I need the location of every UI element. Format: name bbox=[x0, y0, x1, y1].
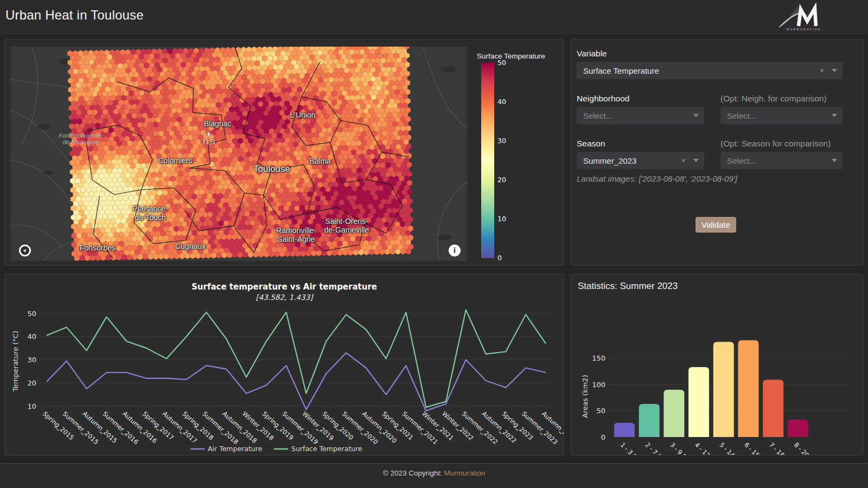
x-axis-tick-label: Autumn_2017 bbox=[161, 410, 199, 445]
chevron-down-icon[interactable] bbox=[832, 159, 837, 162]
y-axis-tick-label: 100 bbox=[592, 381, 605, 389]
variable-label: Variable bbox=[577, 49, 607, 59]
x-axis-tick-label: 3 - 9.82°C bbox=[668, 441, 696, 455]
colorbar-tick-label: 10 bbox=[497, 215, 506, 223]
opt-season-select[interactable]: Select... bbox=[720, 152, 843, 169]
chevron-down-icon[interactable] bbox=[693, 114, 699, 117]
chevron-down-icon[interactable] bbox=[832, 114, 837, 117]
bar bbox=[738, 341, 759, 437]
validate-button[interactable]: Validate bbox=[695, 217, 736, 233]
x-axis-tick-label: 7 - 18.11°C bbox=[768, 441, 798, 455]
opt-season-label: (Opt: Season for comparison) bbox=[720, 139, 831, 149]
y-axis-tick-label: 30 bbox=[27, 356, 36, 364]
y-axis-title: Areas (km2) bbox=[581, 375, 589, 418]
y-axis-tick-label: 10 bbox=[27, 402, 36, 410]
season-select-value: Summer_2023 bbox=[583, 156, 681, 165]
x-axis-tick-label: 6 - 15.87°C bbox=[743, 441, 773, 455]
colorbar-tick-label: 0 bbox=[497, 254, 502, 262]
line-chart-panel: 1020304050Temperature (°C)Spring_2015Sum… bbox=[4, 274, 564, 455]
clear-icon[interactable]: × bbox=[820, 66, 824, 75]
airport-icon: ✈TLS bbox=[202, 131, 215, 145]
colorbar-title: Surface Temperature bbox=[477, 52, 545, 60]
colorbar-tick-label: 30 bbox=[497, 137, 506, 145]
map-panel: Forêt domaniale de BouconneBlagnacL'Unio… bbox=[4, 39, 564, 266]
colorbar-gradient bbox=[481, 63, 494, 258]
mapbox-arrow-icon: ➤ bbox=[22, 247, 28, 254]
svg-text:MURMURATION: MURMURATION bbox=[787, 28, 821, 31]
line-series bbox=[47, 310, 546, 408]
bar-chart-panel: 050100150Areas (km2)1 - 3.51°C2 - 7.02°C… bbox=[571, 274, 864, 455]
colorbar-tick-label: 40 bbox=[497, 98, 506, 106]
y-axis-tick-label: 50 bbox=[596, 407, 605, 415]
heatmap-map[interactable]: Forêt domaniale de BouconneBlagnacL'Unio… bbox=[10, 47, 467, 261]
hexbin-heatmap bbox=[10, 47, 467, 261]
line-chart-subtitle: [43.582, 1.433] bbox=[5, 293, 564, 301]
bar bbox=[663, 390, 684, 437]
footer: © 2023 Copyright: Murmuration bbox=[0, 463, 868, 488]
y-axis-tick-label: 40 bbox=[27, 332, 36, 341]
hexbin-layer bbox=[67, 47, 413, 261]
y-axis-tick-label: 150 bbox=[592, 354, 605, 362]
variable-select-value: Surface Temperature bbox=[583, 66, 820, 75]
dashboard-root: Urban Heat in Toulouse MURMURATION Forêt… bbox=[0, 0, 868, 488]
header: Urban Heat in Toulouse MURMURATION bbox=[0, 0, 868, 34]
murmuration-logo-icon: MURMURATION bbox=[770, 2, 830, 31]
y-axis-tick-label: 50 bbox=[27, 310, 36, 318]
mapbox-logo-icon[interactable]: ➤ bbox=[19, 245, 31, 256]
season-select[interactable]: Summer_2023 × bbox=[577, 152, 704, 169]
x-axis-tick-label: 8 - 20.97°C bbox=[793, 441, 823, 455]
chevron-down-icon[interactable] bbox=[693, 159, 699, 162]
colorbar-tick-label: 20 bbox=[497, 176, 506, 184]
chevron-down-icon[interactable] bbox=[832, 69, 837, 72]
opt-neighborhood-select[interactable]: Select... bbox=[720, 107, 843, 124]
y-axis-title: Temperature (°C) bbox=[11, 331, 20, 392]
opt-neighborhood-label: (Opt: Neigh. for comparison) bbox=[720, 94, 827, 104]
legend-label: Air Temperature bbox=[208, 445, 263, 453]
colorbar-tick-label: 50 bbox=[497, 59, 506, 67]
opt-neighborhood-select-placeholder: Select... bbox=[727, 111, 832, 120]
y-axis-tick-label: 20 bbox=[27, 379, 36, 387]
legend-label: Surface Temperature bbox=[291, 445, 362, 453]
season-label: Season bbox=[577, 139, 605, 149]
neighborhood-label: Neighborhood bbox=[577, 94, 629, 104]
clear-icon[interactable]: × bbox=[681, 156, 686, 165]
y-axis-tick-label: 0 bbox=[601, 433, 605, 441]
x-axis-tick-label: 4 - 12.09°C bbox=[693, 441, 724, 455]
bar bbox=[788, 420, 808, 437]
opt-season-select-placeholder: Select... bbox=[727, 156, 832, 165]
bar-chart-title: Statistics: Summer 2023 bbox=[578, 281, 678, 292]
x-axis-tick-label: 5 - 14.04°C bbox=[718, 441, 749, 455]
page-title: Urban Heat in Toulouse bbox=[5, 8, 144, 23]
bar-chart: 050100150Areas (km2)1 - 3.51°C2 - 7.02°C… bbox=[571, 274, 863, 455]
variable-select[interactable]: Surface Temperature × bbox=[577, 62, 843, 79]
neighborhood-select-placeholder: Select... bbox=[583, 111, 693, 120]
footer-copyright: © 2023 Copyright: bbox=[383, 469, 442, 477]
bar bbox=[688, 367, 709, 437]
neighborhood-select[interactable]: Select... bbox=[577, 107, 704, 124]
line-chart-title: Surface temperature vs Air temperature bbox=[5, 282, 564, 292]
bar bbox=[639, 404, 660, 437]
controls-panel: Variable Surface Temperature × Neighborh… bbox=[571, 39, 864, 266]
footer-brand-link[interactable]: Murmuration bbox=[444, 469, 486, 477]
x-axis-tick-label: 2 - 7.02°C bbox=[644, 441, 672, 455]
bar bbox=[713, 342, 734, 437]
bar bbox=[763, 380, 783, 437]
landsat-note: Landsat images: ['2023-08-08', '2023-08-… bbox=[577, 172, 756, 185]
line-series bbox=[47, 353, 546, 411]
map-info-icon[interactable]: i bbox=[449, 245, 461, 256]
bar bbox=[614, 423, 635, 437]
x-axis-tick-label: 1 - 3.51°C bbox=[619, 441, 647, 455]
